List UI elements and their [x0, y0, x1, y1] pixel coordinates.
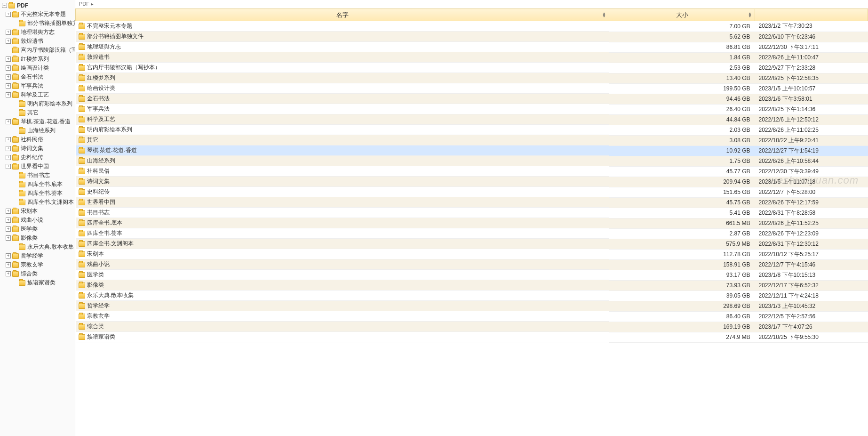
table-row[interactable]: 明内府彩绘本系列2.03 GB2022/8/26 上午11:02:25 — [76, 125, 868, 135]
tree-item[interactable]: 山海经系列 — [0, 126, 75, 135]
tree-item[interactable]: 四库全书.荟本 — [0, 189, 75, 198]
folder-icon — [19, 110, 25, 116]
tree-item[interactable]: +戏曲小说 — [0, 216, 75, 225]
table-row[interactable]: 其它3.08 GB2022/10/22 上午9:20:41 — [76, 135, 868, 145]
tree-item[interactable]: +科学及工艺 — [0, 90, 75, 99]
expand-icon[interactable]: + — [6, 164, 11, 169]
row-name: 社科民俗 — [87, 167, 110, 175]
tree-item[interactable]: +不完整宋元本专题 — [0, 10, 75, 19]
table-row[interactable]: 敦煌遗书1.84 GB2022/8/26 上午11:00:47 — [76, 52, 868, 63]
tree-item[interactable]: +琴棋.茶道.花道.香道 — [0, 117, 75, 126]
table-row[interactable]: 医学类93.17 GB2023/1/8 下午10:15:13 — [76, 270, 868, 280]
tree-item[interactable]: +金石书法 — [0, 73, 75, 81]
expand-icon[interactable]: + — [6, 146, 11, 151]
folder-icon — [12, 119, 19, 125]
table-row[interactable]: 永乐大典.散本收集39.05 GB2022/12/11 下午4:24:18 — [76, 291, 868, 301]
tree-item[interactable]: +宗教玄学 — [0, 260, 75, 269]
tree-item[interactable]: +绘画设计类 — [0, 64, 75, 73]
table-row[interactable]: 军事兵法26.40 GB2022/8/25 下午1:14:36 — [76, 104, 868, 114]
tree-item[interactable]: +地理堪舆方志 — [0, 28, 75, 37]
table-row[interactable]: 综合类169.19 GB2023/1/7 下午4:07:26 — [76, 322, 868, 332]
tree-item[interactable]: 明内府彩绘本系列 — [0, 99, 75, 108]
file-table-wrap[interactable]: 名字 ▲▼ 大小 ▲▼ 不完整宋元本专题7.00 GB2023/1/2 下午7:… — [75, 8, 868, 436]
expand-icon[interactable]: + — [6, 39, 11, 44]
table-row[interactable]: 琴棋.茶道.花道.香道10.92 GB2022/12/27 下午1:54:19 — [76, 145, 868, 156]
table-row[interactable]: 戏曲小说158.91 GB2022/12/7 下午4:15:46 — [76, 259, 868, 270]
table-row[interactable]: 科学及工艺44.84 GB2022/12/6 上午12:50:12 — [76, 114, 868, 125]
expand-icon[interactable]: + — [6, 209, 11, 214]
table-row[interactable]: 史料纪传151.65 GB2022/12/7 下午5:28:00 — [76, 187, 868, 197]
table-row[interactable]: 宫内厅书陵部汉籍（写抄本）2.53 GB2022/9/27 下午2:33:28 — [76, 63, 868, 73]
table-row[interactable]: 地理堪舆方志86.81 GB2022/12/30 下午3:17:11 — [76, 42, 868, 52]
expand-icon[interactable]: + — [6, 65, 11, 71]
tree-item[interactable]: +哲学经学 — [0, 251, 75, 260]
breadcrumb[interactable]: PDF ▸ — [75, 0, 868, 8]
expand-icon[interactable]: + — [6, 119, 11, 124]
tree-item[interactable]: 书目书志 — [0, 171, 75, 180]
expand-icon[interactable]: + — [6, 253, 11, 258]
expand-icon[interactable]: + — [6, 271, 11, 276]
row-size: 151.65 GB — [609, 187, 755, 197]
tree-item[interactable]: 其它 — [0, 108, 75, 117]
folder-icon — [79, 55, 85, 60]
collapse-icon[interactable]: − — [2, 3, 7, 8]
folder-icon — [79, 158, 85, 164]
expand-icon[interactable]: + — [6, 12, 11, 17]
table-row[interactable]: 社科民俗45.77 GB2022/12/30 下午3:39:49 — [76, 166, 868, 177]
tree-item[interactable]: 永乐大典.散本收集 — [0, 242, 75, 251]
tree-item[interactable]: +影像类 — [0, 234, 75, 242]
expand-icon[interactable]: + — [6, 74, 11, 80]
tree-item[interactable]: +史料纪传 — [0, 153, 75, 162]
table-row[interactable]: 影像类73.93 GB2022/12/17 下午6:52:32 — [76, 280, 868, 291]
table-row[interactable]: 不完整宋元本专题7.00 GB2023/1/2 下午7:30:23 — [76, 21, 868, 32]
tree-item[interactable]: 族谱家谱类 — [0, 278, 75, 287]
table-row[interactable]: 部分书籍插图单独文件5.62 GB2022/6/10 下午6:23:46 — [76, 32, 868, 42]
expand-icon[interactable]: + — [6, 235, 11, 241]
tree-item[interactable]: +世界看中国 — [0, 162, 75, 171]
row-size: 44.84 GB — [609, 114, 755, 125]
tree-item[interactable]: +诗词文集 — [0, 144, 75, 153]
tree-item[interactable]: 宫内厅书陵部汉籍（写 — [0, 46, 75, 55]
row-name: 敦煌遗书 — [87, 53, 110, 61]
table-row[interactable]: 哲学经学298.69 GB2023/1/3 上午10:45:32 — [76, 301, 868, 311]
table-row[interactable]: 四库全书.文渊阁本575.9 MB2022/8/31 下午12:30:12 — [76, 239, 868, 249]
tree-item[interactable]: +医学类 — [0, 225, 75, 234]
tree-item[interactable]: +红楼梦系列 — [0, 55, 75, 64]
tree-item[interactable]: +敦煌遗书 — [0, 37, 75, 46]
row-date: 2022/12/30 下午3:17:11 — [755, 42, 868, 52]
expand-icon[interactable]: + — [6, 30, 11, 35]
tree-item[interactable]: +综合类 — [0, 269, 75, 278]
table-row[interactable]: 四库全书.底本661.5 MB2022/8/26 上午11:52:25 — [76, 218, 868, 228]
column-header-name[interactable]: 名字 ▲▼ — [76, 9, 609, 21]
expand-icon[interactable]: + — [6, 57, 11, 62]
tree-item[interactable]: +宋刻本 — [0, 207, 75, 216]
tree-item[interactable]: 四库全书.文渊阁本 — [0, 198, 75, 207]
column-header-date[interactable] — [755, 9, 868, 21]
table-row[interactable]: 宋刻本112.78 GB2022/10/12 下午5:25:17 — [76, 249, 868, 259]
table-row[interactable]: 族谱家谱类274.9 MB2022/10/25 下午9:55:30 — [76, 332, 868, 342]
tree-item[interactable]: +军事兵法 — [0, 81, 75, 90]
tree-root[interactable]: − PDF — [0, 1, 75, 10]
expand-icon[interactable]: + — [6, 92, 11, 97]
table-row[interactable]: 山海经系列1.75 GB2022/8/26 上午10:58:44 — [76, 156, 868, 166]
table-row[interactable]: 书目书志5.41 GB2022/8/31 下午8:28:58 — [76, 208, 868, 218]
tree-item[interactable]: 部分书籍插图单独文件 — [0, 19, 75, 28]
tree-item-label: 山海经系列 — [27, 127, 56, 135]
table-row[interactable]: 金石书法94.46 GB2023/1/6 下午3:58:01 — [76, 94, 868, 104]
table-row[interactable]: 绘画设计类199.50 GB2023/1/5 上午10:10:57 — [76, 83, 868, 94]
table-row[interactable]: 宗教玄学86.40 GB2022/12/5 下午2:57:56 — [76, 311, 868, 322]
tree-item[interactable]: +社科民俗 — [0, 135, 75, 144]
table-row[interactable]: 红楼梦系列13.40 GB2022/8/25 下午12:58:35 — [76, 73, 868, 83]
expand-icon[interactable]: + — [6, 218, 11, 223]
expand-icon[interactable]: + — [6, 137, 11, 142]
expand-icon[interactable]: + — [6, 262, 11, 267]
expand-icon[interactable]: + — [6, 83, 11, 89]
table-row[interactable]: 诗词文集209.94 GB2023/1/5 上午11:07:18 — [76, 177, 868, 187]
sidebar-tree[interactable]: − PDF +不完整宋元本专题部分书籍插图单独文件+地理堪舆方志+敦煌遗书宫内厅… — [0, 0, 75, 436]
column-header-size[interactable]: 大小 ▲▼ — [609, 9, 755, 21]
expand-icon[interactable]: + — [6, 226, 11, 232]
expand-icon[interactable]: + — [6, 155, 11, 160]
table-row[interactable]: 世界看中国45.75 GB2022/8/26 下午12:17:59 — [76, 197, 868, 208]
table-row[interactable]: 四库全书.荟本2.87 GB2022/8/26 下午12:23:09 — [76, 228, 868, 239]
tree-item[interactable]: 四库全书.底本 — [0, 180, 75, 189]
